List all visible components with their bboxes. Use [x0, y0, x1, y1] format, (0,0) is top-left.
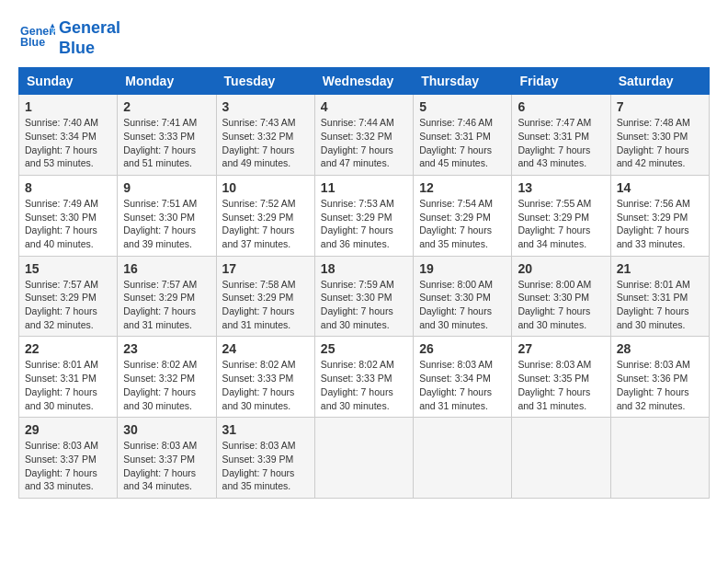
calendar-cell: 20 Sunrise: 8:00 AM Sunset: 3:30 PM Dayl…	[512, 256, 610, 337]
day-number: 12	[419, 180, 506, 195]
day-info: Sunrise: 8:00 AM Sunset: 3:30 PM Dayligh…	[518, 278, 604, 332]
calendar-week-2: 8 Sunrise: 7:49 AM Sunset: 3:30 PM Dayli…	[19, 175, 710, 256]
daylight-text: Daylight: 7 hours and 39 minutes.	[123, 224, 210, 250]
daylight-text: Daylight: 7 hours and 51 minutes.	[123, 144, 210, 170]
sunset-text: Sunset: 3:36 PM	[617, 372, 703, 385]
header: General Blue General Blue	[18, 18, 710, 58]
day-number: 24	[222, 341, 309, 356]
day-info: Sunrise: 8:01 AM Sunset: 3:31 PM Dayligh…	[25, 358, 111, 412]
sunrise-text: Sunrise: 7:57 AM	[25, 278, 111, 292]
daylight-text: Daylight: 7 hours and 30 minutes.	[321, 385, 407, 412]
sunset-text: Sunset: 3:33 PM	[222, 372, 309, 385]
sunset-text: Sunset: 3:30 PM	[123, 211, 210, 224]
day-number: 28	[617, 341, 703, 356]
sunrise-text: Sunrise: 7:55 AM	[518, 197, 604, 211]
sunset-text: Sunset: 3:34 PM	[419, 372, 506, 385]
calendar-cell: 21 Sunrise: 8:01 AM Sunset: 3:31 PM Dayl…	[610, 256, 709, 337]
sunset-text: Sunset: 3:31 PM	[419, 130, 506, 144]
sunrise-text: Sunrise: 8:03 AM	[222, 439, 309, 453]
calendar-cell: 25 Sunrise: 8:02 AM Sunset: 3:33 PM Dayl…	[314, 337, 413, 418]
sunset-text: Sunset: 3:29 PM	[419, 211, 506, 224]
daylight-text: Daylight: 7 hours and 53 minutes.	[25, 144, 111, 170]
sunrise-text: Sunrise: 8:00 AM	[518, 278, 604, 292]
daylight-text: Daylight: 7 hours and 34 minutes.	[123, 466, 210, 493]
sunset-text: Sunset: 3:29 PM	[321, 211, 407, 224]
day-number: 13	[518, 180, 604, 195]
calendar-cell: 29 Sunrise: 8:03 AM Sunset: 3:37 PM Dayl…	[19, 418, 118, 499]
sunrise-text: Sunrise: 7:46 AM	[419, 116, 506, 130]
sunset-text: Sunset: 3:30 PM	[321, 291, 407, 304]
daylight-text: Daylight: 7 hours and 42 minutes.	[617, 144, 703, 170]
day-info: Sunrise: 8:02 AM Sunset: 3:33 PM Dayligh…	[321, 358, 407, 412]
day-info: Sunrise: 7:44 AM Sunset: 3:32 PM Dayligh…	[321, 116, 407, 170]
sunrise-text: Sunrise: 8:03 AM	[419, 358, 506, 372]
calendar-week-3: 15 Sunrise: 7:57 AM Sunset: 3:29 PM Dayl…	[19, 256, 710, 337]
sunrise-text: Sunrise: 7:49 AM	[25, 197, 111, 211]
header-cell-sunday: Sunday	[19, 68, 118, 95]
daylight-text: Daylight: 7 hours and 31 minutes.	[518, 385, 604, 412]
day-info: Sunrise: 7:58 AM Sunset: 3:29 PM Dayligh…	[222, 278, 309, 332]
sunrise-text: Sunrise: 8:02 AM	[222, 358, 309, 372]
day-info: Sunrise: 8:03 AM Sunset: 3:36 PM Dayligh…	[617, 358, 703, 412]
day-number: 14	[617, 180, 703, 195]
daylight-text: Daylight: 7 hours and 31 minutes.	[419, 385, 506, 412]
day-number: 8	[25, 180, 111, 195]
day-info: Sunrise: 7:57 AM Sunset: 3:29 PM Dayligh…	[123, 278, 210, 332]
day-info: Sunrise: 7:51 AM Sunset: 3:30 PM Dayligh…	[123, 197, 210, 251]
calendar-cell: 5 Sunrise: 7:46 AM Sunset: 3:31 PM Dayli…	[414, 95, 512, 176]
day-number: 3	[222, 99, 309, 114]
sunrise-text: Sunrise: 8:02 AM	[321, 358, 407, 372]
day-info: Sunrise: 8:01 AM Sunset: 3:31 PM Dayligh…	[617, 278, 703, 332]
logo: General Blue General Blue	[18, 18, 120, 58]
daylight-text: Daylight: 7 hours and 33 minutes.	[25, 466, 111, 493]
daylight-text: Daylight: 7 hours and 35 minutes.	[419, 224, 506, 250]
header-cell-thursday: Thursday	[414, 68, 512, 95]
day-info: Sunrise: 7:40 AM Sunset: 3:34 PM Dayligh…	[25, 116, 111, 170]
day-info: Sunrise: 8:03 AM Sunset: 3:35 PM Dayligh…	[518, 358, 604, 412]
sunrise-text: Sunrise: 7:53 AM	[321, 197, 407, 211]
day-number: 27	[518, 341, 604, 356]
sunset-text: Sunset: 3:32 PM	[123, 372, 210, 385]
calendar-cell: 13 Sunrise: 7:55 AM Sunset: 3:29 PM Dayl…	[512, 175, 610, 256]
calendar-cell: 24 Sunrise: 8:02 AM Sunset: 3:33 PM Dayl…	[216, 337, 314, 418]
day-info: Sunrise: 7:55 AM Sunset: 3:29 PM Dayligh…	[518, 197, 604, 251]
sunrise-text: Sunrise: 7:48 AM	[617, 116, 703, 130]
sunrise-text: Sunrise: 8:03 AM	[123, 439, 210, 453]
day-number: 19	[419, 261, 506, 276]
day-info: Sunrise: 8:02 AM Sunset: 3:33 PM Dayligh…	[222, 358, 309, 412]
calendar-cell: 22 Sunrise: 8:01 AM Sunset: 3:31 PM Dayl…	[19, 337, 118, 418]
calendar-cell: 12 Sunrise: 7:54 AM Sunset: 3:29 PM Dayl…	[414, 175, 512, 256]
header-cell-wednesday: Wednesday	[314, 68, 413, 95]
sunset-text: Sunset: 3:31 PM	[25, 372, 111, 385]
daylight-text: Daylight: 7 hours and 31 minutes.	[222, 304, 309, 331]
calendar-cell: 8 Sunrise: 7:49 AM Sunset: 3:30 PM Dayli…	[19, 175, 118, 256]
header-row: SundayMondayTuesdayWednesdayThursdayFrid…	[19, 68, 710, 95]
calendar-cell: 23 Sunrise: 8:02 AM Sunset: 3:32 PM Dayl…	[118, 337, 216, 418]
day-info: Sunrise: 8:03 AM Sunset: 3:34 PM Dayligh…	[419, 358, 506, 412]
daylight-text: Daylight: 7 hours and 49 minutes.	[222, 144, 309, 170]
calendar-cell: 10 Sunrise: 7:52 AM Sunset: 3:29 PM Dayl…	[216, 175, 314, 256]
day-number: 11	[321, 180, 407, 195]
daylight-text: Daylight: 7 hours and 31 minutes.	[123, 304, 210, 331]
daylight-text: Daylight: 7 hours and 47 minutes.	[321, 144, 407, 170]
sunset-text: Sunset: 3:30 PM	[25, 211, 111, 224]
day-info: Sunrise: 7:57 AM Sunset: 3:29 PM Dayligh…	[25, 278, 111, 332]
calendar-cell: 9 Sunrise: 7:51 AM Sunset: 3:30 PM Dayli…	[118, 175, 216, 256]
logo-icon: General Blue	[18, 22, 55, 54]
calendar-cell	[512, 418, 610, 499]
calendar-cell: 4 Sunrise: 7:44 AM Sunset: 3:32 PM Dayli…	[314, 95, 413, 176]
daylight-text: Daylight: 7 hours and 30 minutes.	[419, 304, 506, 331]
day-number: 2	[123, 99, 210, 114]
daylight-text: Daylight: 7 hours and 40 minutes.	[25, 224, 111, 250]
sunset-text: Sunset: 3:34 PM	[25, 130, 111, 144]
day-number: 26	[419, 341, 506, 356]
sunrise-text: Sunrise: 7:54 AM	[419, 197, 506, 211]
daylight-text: Daylight: 7 hours and 32 minutes.	[25, 304, 111, 331]
sunrise-text: Sunrise: 7:43 AM	[222, 116, 309, 130]
day-info: Sunrise: 8:03 AM Sunset: 3:37 PM Dayligh…	[123, 439, 210, 493]
calendar-cell: 31 Sunrise: 8:03 AM Sunset: 3:39 PM Dayl…	[216, 418, 314, 499]
sunrise-text: Sunrise: 7:47 AM	[518, 116, 604, 130]
sunset-text: Sunset: 3:30 PM	[419, 291, 506, 304]
calendar-cell: 28 Sunrise: 8:03 AM Sunset: 3:36 PM Dayl…	[610, 337, 709, 418]
sunrise-text: Sunrise: 7:58 AM	[222, 278, 309, 292]
